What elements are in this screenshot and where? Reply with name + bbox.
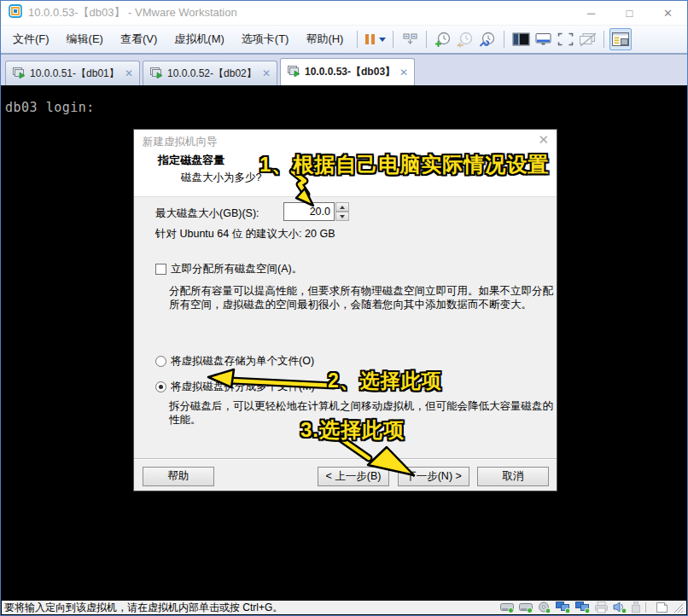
device-status-icons	[496, 601, 684, 613]
recommended-size-text: 针对 Ubuntu 64 位 的建议大小: 20 GB	[155, 227, 335, 241]
console-view-icon[interactable]	[510, 28, 532, 50]
tab-db01[interactable]: 10.0.0.51-【db01】 ✕	[5, 61, 140, 85]
split-files-radio[interactable]	[155, 381, 166, 392]
status-bar: 要将输入定向到该虚拟机，请在虚拟机内部单击或按 Ctrl+G。	[2, 601, 686, 614]
menu-file[interactable]: 文件(F)	[4, 27, 58, 51]
tab-db03-active[interactable]: 10.0.0.53-【db03】 ✕	[280, 58, 415, 85]
menu-edit[interactable]: 编辑(E)	[58, 27, 112, 51]
single-file-radio[interactable]	[155, 356, 166, 367]
library-summary-view-icon[interactable]	[609, 28, 632, 50]
vmware-logo-icon	[9, 4, 22, 21]
console-prompt: db03 login:	[5, 100, 95, 115]
header-divider	[134, 196, 557, 197]
dropdown-arrow-icon[interactable]	[379, 38, 386, 42]
back-button[interactable]: < 上一步(B)	[318, 467, 389, 486]
disk-size-input[interactable]: 20.0	[283, 202, 335, 221]
single-file-option-row[interactable]: 将虚拟磁盘存储为单个文件(O)	[155, 354, 314, 369]
spinner-buttons	[335, 202, 349, 221]
tab-db02[interactable]: 10.0.0.52-【db02】 ✕	[143, 61, 277, 85]
dialog-close-icon[interactable]: ✕	[538, 132, 549, 148]
help-button[interactable]: 帮助	[143, 467, 214, 486]
tab-bar: 10.0.0.51-【db01】 ✕ 10.0.0.52-【db02】 ✕ 10…	[1, 53, 687, 85]
dialog-subheading: 磁盘大小为多少?	[181, 171, 261, 185]
unity-mode-icon[interactable]	[532, 28, 554, 50]
close-button[interactable]: ✕	[649, 1, 687, 25]
status-separator	[645, 602, 646, 613]
cd-dvd-icon[interactable]	[538, 601, 551, 613]
menu-help[interactable]: 帮助(H)	[297, 27, 352, 51]
maximize-button[interactable]: □	[610, 1, 649, 25]
snapshot-manager-icon[interactable]	[476, 28, 499, 50]
cycle-multiple-monitors-icon[interactable]	[576, 28, 598, 50]
next-button[interactable]: 下一步(N) >	[398, 467, 469, 486]
cancel-button[interactable]: 取消	[477, 467, 549, 486]
sound-icon[interactable]	[613, 601, 627, 613]
toolbar-separator	[504, 31, 504, 48]
minimize-button[interactable]: ─	[572, 1, 610, 25]
toolbar-separator	[426, 31, 427, 48]
hard-disk-icon[interactable]	[500, 601, 515, 613]
usb-icon[interactable]	[632, 601, 640, 613]
window-title: 10.0.0.53-【db03】 - VMware Workstation	[28, 5, 237, 20]
split-files-option-row[interactable]: 将虚拟磁盘拆分成多个文件(M)	[155, 380, 315, 394]
tab-close-icon[interactable]: ✕	[125, 67, 133, 79]
take-snapshot-icon[interactable]	[432, 28, 454, 50]
title-bar: 10.0.0.53-【db03】 - VMware Workstation ─ …	[1, 1, 687, 26]
menu-tabs[interactable]: 选项卡(T)	[233, 27, 298, 51]
annotation-step1: 1、根据自己电脑实际情况设置	[259, 151, 549, 178]
spin-down-button[interactable]	[335, 212, 349, 221]
allocate-all-space-checkbox[interactable]	[155, 264, 166, 275]
disk-size-spinner[interactable]: 20.0	[283, 202, 349, 221]
toolbar-separator	[357, 31, 358, 48]
allocate-all-space-row[interactable]: 立即分配所有磁盘空间(A)。	[155, 262, 302, 276]
revert-snapshot-icon[interactable]	[454, 28, 476, 50]
window-controls: ─ □ ✕	[572, 1, 687, 25]
up-arrow-icon	[340, 206, 345, 209]
message-log-icon[interactable]	[656, 601, 668, 613]
resize-grip[interactable]	[673, 602, 684, 613]
pause-icon[interactable]	[363, 28, 388, 50]
allocate-description: 分配所有容量可以提高性能，但要求所有物理磁盘空间立即可用。如果不立即分配所有空间…	[169, 284, 557, 311]
tab-close-icon[interactable]: ✕	[399, 67, 408, 78]
tab-label: 10.0.0.52-【db02】	[167, 67, 258, 81]
toolbar-separator	[603, 31, 604, 48]
vm-tab-icon	[12, 67, 26, 81]
dialog-heading: 指定磁盘容量	[158, 153, 224, 168]
tab-close-icon[interactable]: ✕	[262, 67, 271, 79]
annotation-step2: 2、选择此项	[328, 368, 442, 394]
tab-label: 10.0.0.51-【db01】	[30, 67, 120, 81]
toolbar-separator	[393, 31, 394, 48]
hard-disk-2-icon[interactable]	[519, 601, 533, 613]
allocate-checkbox-label: 立即分配所有磁盘空间(A)。	[171, 262, 302, 276]
network-adapter-2-icon[interactable]	[575, 601, 591, 613]
max-disk-size-label: 最大磁盘大小(GB)(S):	[155, 206, 259, 221]
spin-up-button[interactable]	[335, 202, 349, 212]
annotation-step3: 3.选择此项	[300, 416, 405, 444]
down-arrow-icon	[340, 215, 345, 218]
vm-tab-icon	[287, 65, 300, 79]
menu-vm[interactable]: 虚拟机(M)	[166, 27, 233, 51]
dialog-title: 新建虚拟机向导	[143, 135, 218, 149]
network-adapter-icon[interactable]	[556, 601, 571, 613]
send-ctrl-alt-del-icon[interactable]	[399, 28, 421, 50]
fullscreen-icon[interactable]	[554, 28, 576, 50]
menu-view[interactable]: 查看(V)	[112, 27, 166, 51]
printer-icon[interactable]	[595, 601, 609, 613]
vmware-workstation-window: 10.0.0.53-【db03】 - VMware Workstation ─ …	[0, 0, 688, 616]
single-file-label: 将虚拟磁盘存储为单个文件(O)	[171, 354, 314, 369]
tab-label: 10.0.0.53-【db03】	[305, 65, 395, 79]
vm-tab-icon	[149, 67, 163, 81]
split-files-label: 将虚拟磁盘拆分成多个文件(M)	[171, 380, 315, 394]
status-message: 要将输入定向到该虚拟机，请在虚拟机内部单击或按 Ctrl+G。	[4, 601, 283, 615]
footer-divider	[134, 458, 557, 460]
menu-toolbar: 文件(F) 编辑(E) 查看(V) 虚拟机(M) 选项卡(T) 帮助(H)	[1, 26, 687, 53]
